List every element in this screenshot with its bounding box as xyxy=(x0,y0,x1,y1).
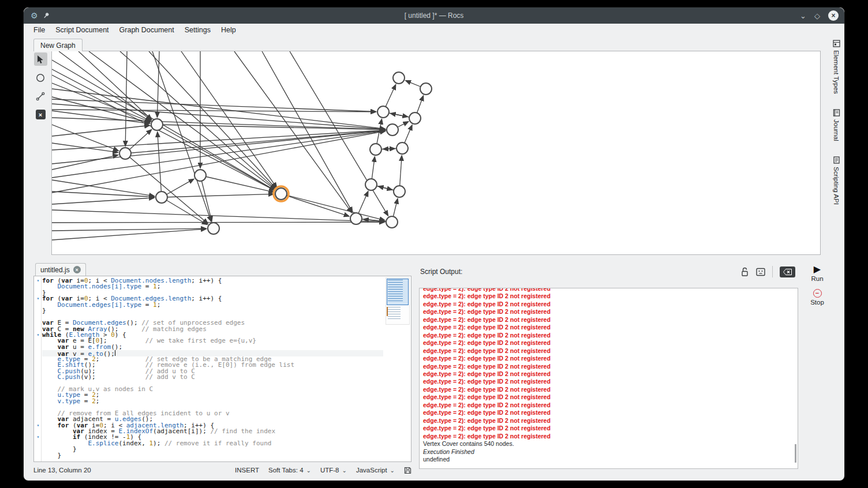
graph-node[interactable] xyxy=(394,186,405,197)
graph-edge[interactable] xyxy=(52,222,384,223)
graph-node[interactable] xyxy=(409,112,421,124)
edge-line-icon xyxy=(36,92,45,101)
graph-tab[interactable]: New Graph xyxy=(33,39,83,51)
output-scrollbar-thumb[interactable] xyxy=(795,444,796,463)
graph-node[interactable] xyxy=(156,192,167,203)
titlebar[interactable]: ⚙ [ untitled ]* — Rocs ⌄ ◇ × xyxy=(24,7,844,24)
element-types-icon xyxy=(833,40,840,47)
padlock-open-icon[interactable] xyxy=(740,267,749,277)
graph-node[interactable] xyxy=(194,170,206,181)
fold-marker-icon[interactable]: ▾ xyxy=(35,434,42,440)
rocs-window: ⚙ [ untitled ]* — Rocs ⌄ ◇ × File Script… xyxy=(23,7,845,481)
graph-edge[interactable] xyxy=(52,125,149,136)
side-tab-element-types[interactable]: Element Types xyxy=(833,40,840,94)
add-node-tool-button[interactable] xyxy=(34,71,47,84)
language-selector[interactable]: JavaScript ⌄ xyxy=(356,467,395,474)
script-editor-pane: untitled.js × ▾for (var i=0; i < Documen… xyxy=(33,263,411,477)
graph-edge[interactable] xyxy=(200,175,212,221)
menu-script-document[interactable]: Script Document xyxy=(50,24,114,37)
floppy-icon[interactable] xyxy=(404,467,411,474)
menu-help[interactable]: Help xyxy=(216,24,241,37)
add-edge-tool-button[interactable] xyxy=(34,89,47,103)
square-x-icon: × xyxy=(36,110,46,119)
maximize-button[interactable]: ◇ xyxy=(814,12,820,20)
graph-edge[interactable] xyxy=(52,198,154,204)
close-button[interactable]: × xyxy=(828,10,839,21)
minimize-button[interactable]: ⌄ xyxy=(800,12,806,20)
fold-marker-icon[interactable]: ▾ xyxy=(35,332,42,338)
graph-node[interactable] xyxy=(386,216,398,228)
stop-icon[interactable]: − xyxy=(813,289,822,298)
side-tab-scripting-api[interactable]: Scripting API xyxy=(833,156,840,205)
graph-node[interactable] xyxy=(393,72,405,84)
graph-node[interactable] xyxy=(370,144,381,155)
clear-output-button[interactable] xyxy=(780,266,795,277)
editor-tab[interactable]: untitled.js × xyxy=(35,263,86,276)
output-error-line: edge.type = 2): edge type ID 2 not regis… xyxy=(423,363,794,370)
minimap-code-lines xyxy=(388,280,403,303)
graph-node[interactable] xyxy=(119,148,131,159)
menu-graph-document[interactable]: Graph Document xyxy=(114,24,179,37)
graph-edge[interactable] xyxy=(52,192,154,197)
graph-node[interactable] xyxy=(420,83,432,95)
graph-canvas-svg xyxy=(52,51,820,254)
side-tab-journal[interactable]: Journal xyxy=(833,109,840,141)
graph-edge[interactable] xyxy=(158,132,162,197)
script-output-box[interactable]: edge.type = 2): edge type ID 2 not regis… xyxy=(419,288,798,469)
encoding-selector[interactable]: UTF-8 ⌄ xyxy=(320,467,347,474)
graph-node[interactable] xyxy=(208,223,219,234)
menu-settings[interactable]: Settings xyxy=(179,24,216,37)
graph-edge[interactable] xyxy=(281,194,349,216)
graph-edge[interactable] xyxy=(162,194,274,197)
graph-edge[interactable] xyxy=(162,197,207,224)
insert-mode[interactable]: INSERT xyxy=(235,467,259,474)
tab-close-icon[interactable]: × xyxy=(73,266,81,273)
fold-marker-icon[interactable]: ▾ xyxy=(35,278,42,284)
graph-edge[interactable] xyxy=(52,131,385,178)
graph-canvas[interactable] xyxy=(51,51,821,255)
graph-node[interactable] xyxy=(151,119,163,130)
graph-edge[interactable] xyxy=(78,51,151,119)
minimap-modified-bar xyxy=(387,307,388,316)
fold-marker-icon[interactable]: ▾ xyxy=(35,423,42,429)
graph-node[interactable] xyxy=(387,124,398,136)
graph-edge[interactable] xyxy=(157,125,275,190)
console-icon[interactable] xyxy=(756,268,765,276)
graph-node[interactable] xyxy=(396,142,408,154)
play-icon[interactable]: ▶ xyxy=(814,265,821,274)
run-button-label[interactable]: Run xyxy=(811,275,823,282)
graph-node[interactable] xyxy=(377,106,389,118)
side-tab-strip: Element Types Journal Scripting API xyxy=(829,40,844,204)
delete-tool-button[interactable]: × xyxy=(34,108,47,121)
graph-edge[interactable] xyxy=(125,130,385,153)
graph-edge[interactable] xyxy=(52,155,118,170)
circle-node-icon xyxy=(36,73,45,82)
select-tool-button[interactable] xyxy=(34,52,47,66)
window-title: [ untitled ]* — Rocs xyxy=(24,7,844,24)
graph-edge[interactable] xyxy=(52,104,385,129)
cursor-position: Line 13, Column 20 xyxy=(33,467,91,474)
graph-node[interactable] xyxy=(365,179,377,190)
graph-node[interactable] xyxy=(350,213,362,224)
graph-edge[interactable] xyxy=(125,51,127,146)
fold-marker-icon[interactable]: ▾ xyxy=(35,296,42,302)
graph-node[interactable] xyxy=(275,188,287,200)
output-error-line: edge.type = 2): edge type ID 2 not regis… xyxy=(423,332,794,339)
graph-edge[interactable] xyxy=(52,69,151,121)
side-tab-label: Journal xyxy=(833,119,840,141)
graph-edge[interactable] xyxy=(281,194,384,220)
output-error-line: edge.type = 2): edge type ID 2 not regis… xyxy=(423,339,794,347)
graph-edge[interactable] xyxy=(234,51,351,212)
output-result-line: undefined xyxy=(423,456,794,463)
stop-button-label[interactable]: Stop xyxy=(810,299,824,306)
editor-minimap[interactable] xyxy=(386,277,410,325)
menu-file[interactable]: File xyxy=(28,24,50,37)
graph-edge[interactable] xyxy=(52,180,154,196)
output-error-line: edge.type = 2): edge type ID 2 not regis… xyxy=(423,409,794,416)
graph-edge[interactable] xyxy=(120,51,275,189)
code-editor[interactable]: ▾for (var i=0; i < Document.nodes.length… xyxy=(33,276,411,462)
tab-settings-selector[interactable]: Soft Tabs: 4 ⌄ xyxy=(268,467,311,474)
graph-edge[interactable] xyxy=(52,89,385,129)
output-error-line: edge.type = 2): edge type ID 2 not regis… xyxy=(423,292,794,300)
code-line: C.push(v); // add v to C xyxy=(42,374,383,380)
